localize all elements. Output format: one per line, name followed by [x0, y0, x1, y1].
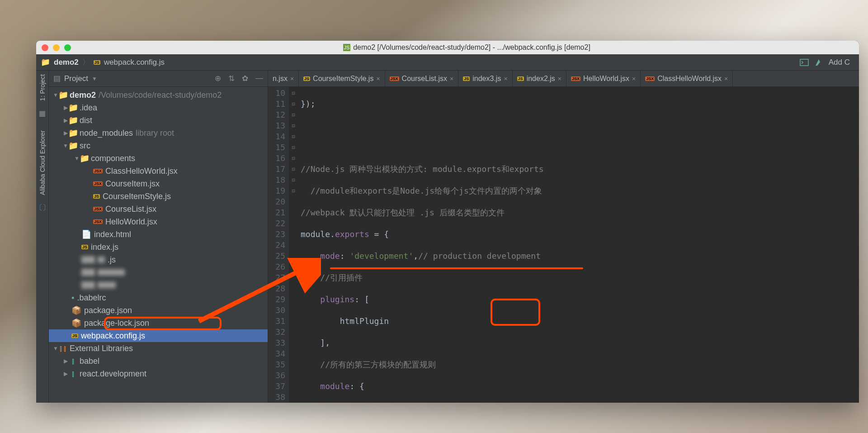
breadcrumb-file[interactable]: webpack.config.js — [104, 58, 165, 67]
tree-file-blur1[interactable]: .js — [49, 253, 268, 266]
tree-file-courseitemstyle[interactable]: JSCourseItemStyle.js — [49, 190, 268, 203]
tree-file-blur2[interactable] — [49, 266, 268, 279]
left-tool-gutter: 1: Project ▦ Alibaba Cloud Explorer 〔〕 — [36, 71, 49, 403]
project-icon: ▤ — [53, 74, 61, 83]
close-icon[interactable]: × — [558, 75, 561, 82]
tree-file-package[interactable]: 📦package.json — [49, 304, 268, 317]
close-window-icon[interactable] — [42, 44, 48, 51]
structure-icon[interactable]: ▦ — [39, 109, 46, 118]
code-content[interactable]: }); //Node.js 两种导出模块的方式: module.exports和… — [298, 87, 859, 403]
js-file-icon: JS — [94, 60, 100, 65]
tree-components[interactable]: ▼📁components — [49, 152, 268, 165]
title-text: demo2 [/Volumes/code/react-study/demo2] … — [353, 43, 590, 52]
project-tool-tab[interactable]: 1: Project — [39, 74, 46, 101]
collapse-icon[interactable]: — — [255, 74, 263, 83]
tree-file-courseitem[interactable]: JSXCourseItem.jsx — [49, 177, 268, 190]
code-editor[interactable]: 1011121314151617181920212223242526272829… — [268, 87, 859, 403]
tab-4[interactable]: JSindex2.js× — [513, 71, 566, 86]
close-icon[interactable]: × — [504, 75, 507, 82]
terminal-icon[interactable] — [800, 59, 809, 66]
svg-text:JS: JS — [344, 45, 350, 50]
svg-rect-2 — [800, 59, 808, 66]
tree-node-modules[interactable]: ▶📁node_moduleslibrary root — [49, 127, 268, 139]
tree-file-classhw[interactable]: JSXClassHelloWorld.jsx — [49, 165, 268, 177]
line-numbers: 1011121314151617181920212223242526272829… — [268, 87, 289, 403]
close-icon[interactable]: × — [376, 75, 380, 82]
gear-icon[interactable]: ✿ — [242, 74, 248, 83]
tree-dist[interactable]: ▶📁dist — [49, 114, 268, 127]
tree-file-babelrc[interactable]: ▪.babelrc — [49, 291, 268, 304]
close-icon[interactable]: × — [632, 75, 636, 82]
tree-external-libs[interactable]: ▼⫿⫿External Libraries — [49, 342, 268, 355]
add-config-button[interactable]: Add C — [829, 58, 850, 67]
close-icon[interactable]: × — [724, 75, 728, 82]
window-controls — [42, 44, 71, 51]
tree-idea[interactable]: ▶📁.idea — [49, 101, 268, 114]
breadcrumb-bar: 📁 demo2 〉 JS webpack.config.js Add C — [36, 54, 859, 71]
window-title: JS demo2 [/Volumes/code/react-study/demo… — [80, 43, 854, 52]
breadcrumb-sep: 〉 — [82, 57, 90, 67]
tab-0[interactable]: n.jsx× — [268, 71, 299, 86]
tree-file-indexjs[interactable]: JSindex.js — [49, 241, 268, 253]
app-icon: JS — [343, 44, 350, 51]
tab-3[interactable]: JSindex3.js× — [458, 71, 512, 86]
close-icon[interactable]: × — [290, 75, 294, 82]
tree-file-blur3[interactable] — [49, 279, 268, 291]
tree-file-packagelock[interactable]: 📦package-lock.json — [49, 317, 268, 329]
editor-tabs: n.jsx× JSCourseItemStyle.js× JSXCourseLi… — [268, 71, 859, 87]
tab-1[interactable]: JSCourseItemStyle.js× — [299, 71, 385, 86]
project-tree: ▼📁demo2/Volumes/code/react-study/demo2 ▶… — [49, 87, 268, 403]
tab-6[interactable]: JSXClassHelloWorld.jsx× — [641, 71, 733, 86]
breadcrumb-root[interactable]: demo2 — [54, 58, 79, 67]
tree-src[interactable]: ▼📁src — [49, 139, 268, 152]
alibaba-tool-tab[interactable]: Alibaba Cloud Explorer — [39, 130, 46, 195]
tree-file-webpack[interactable]: JSwebpack.config.js — [49, 329, 268, 342]
tree-root[interactable]: ▼📁demo2/Volumes/code/react-study/demo2 — [49, 89, 268, 101]
sidebar-header: ▤ Project ▼ ⊕ ⇅ ✿ — — [49, 71, 268, 87]
folder-icon: 📁 — [41, 57, 50, 67]
minimize-window-icon[interactable] — [53, 44, 60, 51]
window-titlebar: JS demo2 [/Volumes/code/react-study/demo… — [36, 41, 859, 54]
tree-file-helloworld[interactable]: JSXHelloWorld.jsx — [49, 215, 268, 228]
ide-window: JS demo2 [/Volumes/code/react-study/demo… — [36, 41, 859, 403]
project-sidebar: ▤ Project ▼ ⊕ ⇅ ✿ — ▼📁demo2/Volumes/code… — [49, 71, 268, 403]
maximize-window-icon[interactable] — [64, 44, 71, 51]
fold-gutter: ⊟ ⊟ ⊟⊟ ⊟ ⊟ ⊟⊟ ⊟⊟ — [289, 87, 298, 403]
build-icon[interactable] — [814, 58, 823, 67]
close-icon[interactable]: × — [450, 75, 453, 82]
alibaba-icon[interactable]: 〔〕 — [36, 203, 50, 213]
tab-5[interactable]: JSXHelloWorld.jsx× — [566, 71, 641, 86]
dropdown-icon[interactable]: ▼ — [92, 76, 97, 82]
tree-file-courselist[interactable]: JSXCourseList.jsx — [49, 203, 268, 215]
sidebar-title[interactable]: Project — [64, 74, 88, 83]
tab-2[interactable]: JSXCourseList.jsx× — [385, 71, 459, 86]
editor-area: n.jsx× JSCourseItemStyle.js× JSXCourseLi… — [268, 71, 859, 403]
sort-icon[interactable]: ⇅ — [228, 74, 235, 83]
tree-file-indexhtml[interactable]: 📄index.html — [49, 228, 268, 241]
tree-ext-babel[interactable]: ▶⫿babel — [49, 355, 268, 367]
tree-ext-react[interactable]: ▶⫿react.development — [49, 367, 268, 380]
locate-icon[interactable]: ⊕ — [215, 74, 221, 83]
